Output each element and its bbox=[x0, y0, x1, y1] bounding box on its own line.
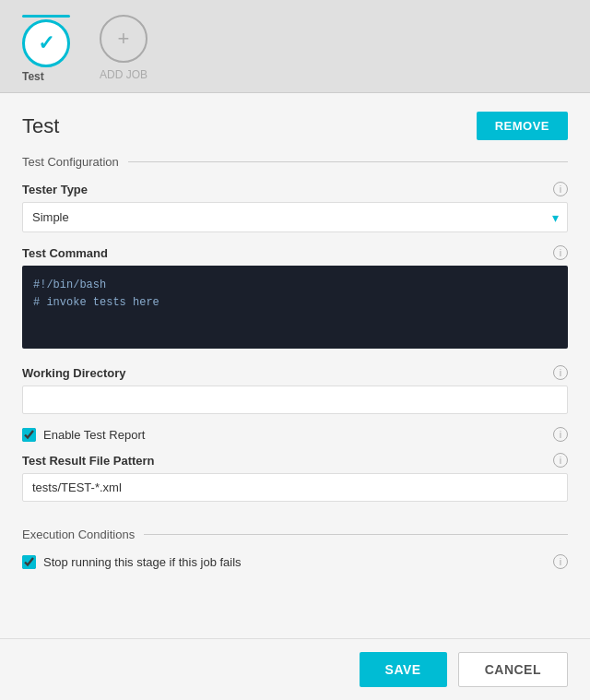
stop-running-info-icon[interactable]: i bbox=[553, 554, 568, 569]
test-result-pattern-input[interactable] bbox=[22, 473, 568, 502]
test-command-label-row: Test Command i bbox=[22, 245, 568, 260]
test-result-pattern-info-icon[interactable]: i bbox=[553, 453, 568, 468]
tester-type-select[interactable]: Simple Maven Gradle JUnit bbox=[22, 202, 568, 232]
check-icon: ✓ bbox=[38, 31, 54, 55]
step-add-job-label: ADD JOB bbox=[100, 68, 148, 81]
tester-type-label: Tester Type bbox=[22, 183, 88, 196]
enable-test-report-info-icon[interactable]: i bbox=[553, 427, 568, 442]
remove-button[interactable]: REMOVE bbox=[477, 112, 568, 140]
test-command-label: Test Command bbox=[22, 246, 108, 260]
plus-icon: + bbox=[118, 27, 130, 51]
test-result-pattern-label-row: Test Result File Pattern i bbox=[22, 453, 568, 468]
stop-running-group: Stop running this stage if this job fail… bbox=[22, 555, 242, 569]
stop-running-checkbox[interactable] bbox=[22, 555, 36, 569]
working-directory-label: Working Directory bbox=[22, 366, 125, 380]
tester-type-field: Tester Type i Simple Maven Gradle JUnit … bbox=[22, 182, 568, 232]
enable-test-report-group: Enable Test Report bbox=[22, 428, 145, 442]
working-directory-info-icon[interactable]: i bbox=[553, 365, 568, 380]
enable-test-report-text: Enable Test Report bbox=[43, 428, 145, 442]
divider-line bbox=[128, 161, 568, 162]
test-command-editor[interactable]: #!/bin/bash # invoke tests here bbox=[22, 266, 568, 349]
steps-header: ✓ Test + ADD JOB bbox=[0, 0, 590, 93]
step-add-job[interactable]: + ADD JOB bbox=[100, 15, 148, 92]
working-directory-label-row: Working Directory i bbox=[22, 365, 568, 380]
test-result-pattern-label: Test Result File Pattern bbox=[22, 454, 155, 468]
test-configuration-label: Test Configuration bbox=[22, 155, 119, 169]
stop-running-text: Stop running this stage if this job fail… bbox=[43, 555, 242, 569]
stop-running-row: Stop running this stage if this job fail… bbox=[22, 554, 568, 569]
section-header-row: Test REMOVE bbox=[22, 112, 568, 140]
working-directory-input[interactable] bbox=[22, 386, 568, 414]
save-button[interactable]: SAVE bbox=[360, 652, 447, 687]
execution-conditions-label: Execution Conditions bbox=[22, 528, 135, 541]
step-test-circle: ✓ bbox=[22, 19, 70, 67]
tester-type-select-wrapper: Simple Maven Gradle JUnit ▾ bbox=[22, 202, 568, 232]
enable-test-report-checkbox[interactable] bbox=[22, 428, 36, 442]
exec-divider-line bbox=[144, 534, 568, 535]
test-result-pattern-field: Test Result File Pattern i bbox=[22, 453, 568, 502]
main-content: Test REMOVE Test Configuration Tester Ty… bbox=[0, 93, 590, 638]
add-job-circle: + bbox=[100, 15, 148, 63]
step-test-label: Test bbox=[22, 70, 44, 83]
test-configuration-divider: Test Configuration bbox=[22, 155, 568, 169]
test-command-info-icon[interactable]: i bbox=[553, 245, 568, 260]
page-title: Test bbox=[22, 114, 59, 138]
cancel-button[interactable]: CANCEL bbox=[458, 652, 568, 687]
step-test[interactable]: ✓ Test bbox=[22, 15, 70, 84]
enable-test-report-row: Enable Test Report i bbox=[22, 427, 568, 442]
working-directory-field: Working Directory i bbox=[22, 365, 568, 414]
tester-type-info-icon[interactable]: i bbox=[553, 182, 568, 196]
footer: SAVE CANCEL bbox=[0, 638, 590, 700]
tester-type-label-row: Tester Type i bbox=[22, 182, 568, 196]
execution-conditions-divider: Execution Conditions bbox=[22, 528, 568, 541]
test-command-field: Test Command i #!/bin/bash # invoke test… bbox=[22, 245, 568, 352]
